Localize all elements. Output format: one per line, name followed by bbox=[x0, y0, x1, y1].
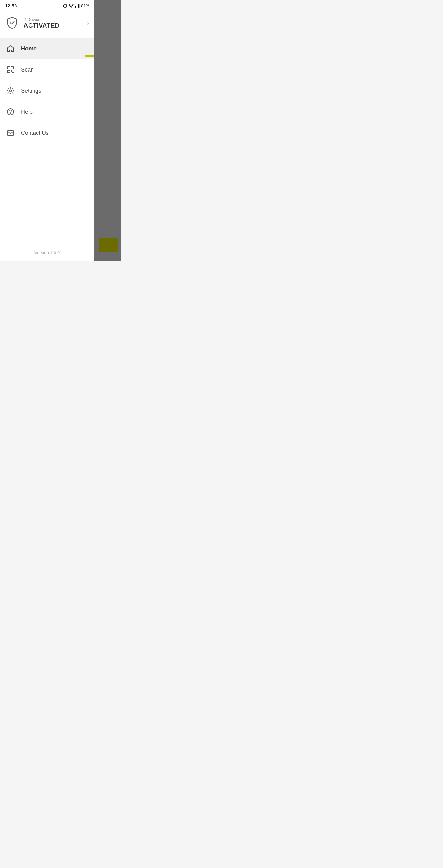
battery-level: 81% bbox=[81, 3, 89, 8]
svg-rect-6 bbox=[79, 4, 80, 8]
svg-rect-5 bbox=[78, 4, 79, 8]
wifi-icon bbox=[69, 4, 74, 8]
svg-point-12 bbox=[10, 90, 12, 92]
svg-rect-8 bbox=[7, 70, 10, 73]
svg-rect-7 bbox=[7, 67, 10, 69]
vibrate-icon bbox=[63, 3, 67, 8]
home-icon bbox=[6, 44, 15, 53]
chevron-right-icon: › bbox=[87, 20, 90, 27]
signal-icon bbox=[75, 4, 80, 8]
shield-icon bbox=[5, 16, 19, 30]
overlay-bottom-button[interactable] bbox=[99, 238, 118, 252]
contact-us-icon bbox=[6, 129, 15, 137]
screen: 12:53 bbox=[0, 0, 121, 261]
svg-rect-2 bbox=[67, 5, 67, 7]
sidebar-item-home[interactable]: Home bbox=[0, 38, 94, 59]
sidebar-item-settings-label: Settings bbox=[21, 88, 41, 94]
nav-menu: Home Scan bbox=[0, 36, 94, 244]
status-time: 12:53 bbox=[5, 3, 17, 8]
overlay[interactable] bbox=[94, 0, 121, 261]
status-icons: 81% bbox=[63, 3, 89, 8]
svg-rect-15 bbox=[7, 131, 13, 135]
svg-rect-4 bbox=[76, 5, 77, 8]
svg-rect-9 bbox=[11, 67, 13, 69]
sidebar-item-help-label: Help bbox=[21, 109, 33, 115]
svg-rect-1 bbox=[63, 5, 64, 7]
status-bar: 12:53 bbox=[0, 0, 94, 10]
devices-status: ACTIVATED bbox=[24, 22, 87, 29]
drawer: 12:53 bbox=[0, 0, 94, 261]
sidebar-item-settings[interactable]: Settings bbox=[0, 80, 94, 101]
svg-rect-11 bbox=[12, 71, 13, 73]
devices-count: 2 Devices bbox=[24, 17, 87, 22]
svg-rect-0 bbox=[64, 4, 66, 7]
sidebar-item-help[interactable]: Help bbox=[0, 101, 94, 122]
svg-point-14 bbox=[10, 113, 11, 114]
sidebar-item-scan[interactable]: Scan bbox=[0, 59, 94, 80]
svg-rect-3 bbox=[75, 6, 76, 8]
devices-text: 2 Devices ACTIVATED bbox=[24, 17, 87, 29]
sidebar-item-contact-us-label: Contact Us bbox=[21, 130, 49, 136]
devices-activated-section[interactable]: 2 Devices ACTIVATED › bbox=[0, 10, 94, 36]
svg-rect-10 bbox=[11, 70, 12, 71]
sidebar-item-home-label: Home bbox=[21, 45, 37, 52]
scan-icon bbox=[6, 65, 15, 74]
help-icon bbox=[6, 107, 15, 116]
version-text: Version 1.0.0 bbox=[0, 244, 94, 261]
settings-icon bbox=[6, 86, 15, 95]
sidebar-item-contact-us[interactable]: Contact Us bbox=[0, 122, 94, 144]
sidebar-item-scan-label: Scan bbox=[21, 67, 34, 73]
